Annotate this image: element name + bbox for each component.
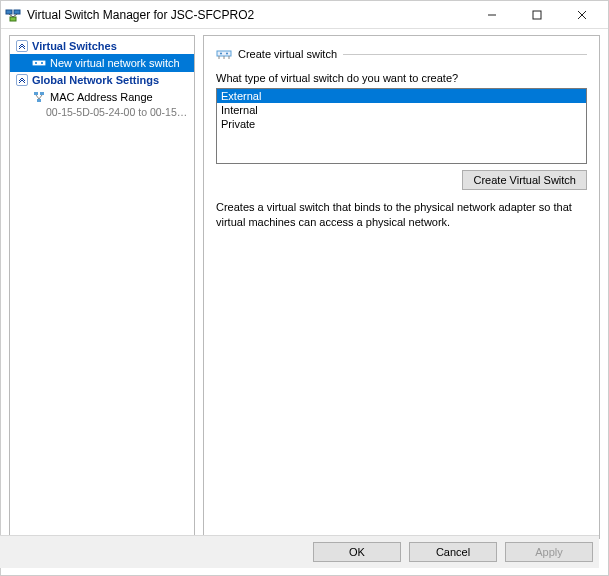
listbox-item-external[interactable]: External — [217, 89, 586, 103]
svg-point-19 — [226, 53, 228, 55]
prompt-text: What type of virtual switch do you want … — [216, 72, 587, 84]
svg-rect-13 — [40, 92, 44, 95]
svg-line-15 — [36, 95, 39, 99]
create-virtual-switch-button[interactable]: Create Virtual Switch — [462, 170, 587, 190]
collapse-icon[interactable] — [16, 40, 28, 52]
svg-rect-1 — [14, 10, 20, 14]
close-button[interactable] — [559, 1, 604, 29]
svg-point-10 — [35, 62, 37, 64]
app-icon — [5, 7, 21, 23]
content-area: Virtual Switches New virtual network swi… — [1, 29, 608, 539]
tree-section-label: Global Network Settings — [32, 74, 159, 86]
apply-button[interactable]: Apply — [505, 542, 593, 562]
svg-rect-6 — [533, 11, 541, 19]
maximize-button[interactable] — [514, 1, 559, 29]
svg-rect-2 — [10, 17, 16, 21]
titlebar: Virtual Switch Manager for JSC-SFCPRO2 — [1, 1, 608, 29]
cancel-button[interactable]: Cancel — [409, 542, 497, 562]
svg-rect-12 — [34, 92, 38, 95]
tree-section-label: Virtual Switches — [32, 40, 117, 52]
tree-section-virtual-switches[interactable]: Virtual Switches — [10, 38, 194, 54]
svg-rect-9 — [33, 61, 45, 65]
svg-rect-0 — [6, 10, 12, 14]
listbox-item-internal[interactable]: Internal — [217, 103, 586, 117]
groupbox-title-text: Create virtual switch — [238, 48, 337, 60]
window-title: Virtual Switch Manager for JSC-SFCPRO2 — [27, 8, 254, 22]
minimize-button[interactable] — [469, 1, 514, 29]
tree-item-mac-range[interactable]: MAC Address Range — [10, 88, 194, 106]
network-icon — [32, 90, 46, 104]
tree-item-label: New virtual network switch — [50, 57, 180, 69]
switch-icon — [32, 56, 46, 70]
listbox-item-private[interactable]: Private — [217, 117, 586, 131]
switch-icon — [216, 46, 232, 62]
collapse-icon[interactable] — [16, 74, 28, 86]
tree-item-mac-range-value: 00-15-5D-05-24-00 to 00-15-5D-0... — [10, 106, 194, 120]
svg-line-16 — [39, 95, 42, 99]
tree-item-label: MAC Address Range — [50, 91, 153, 103]
tree-item-new-switch[interactable]: New virtual network switch — [10, 54, 194, 72]
sidebar: Virtual Switches New virtual network swi… — [9, 35, 195, 539]
switch-type-listbox[interactable]: External Internal Private — [216, 88, 587, 164]
ok-button[interactable]: OK — [313, 542, 401, 562]
tree-section-global-settings[interactable]: Global Network Settings — [10, 72, 194, 88]
switch-type-description: Creates a virtual switch that binds to t… — [216, 200, 587, 230]
svg-point-18 — [220, 53, 222, 55]
svg-point-11 — [41, 62, 43, 64]
main-panel: Create virtual switch What type of virtu… — [203, 35, 600, 539]
svg-rect-17 — [217, 51, 231, 56]
groupbox-header: Create virtual switch — [216, 46, 587, 62]
dialog-footer: OK Cancel Apply — [0, 535, 599, 568]
divider — [343, 54, 587, 55]
svg-rect-14 — [37, 99, 41, 102]
